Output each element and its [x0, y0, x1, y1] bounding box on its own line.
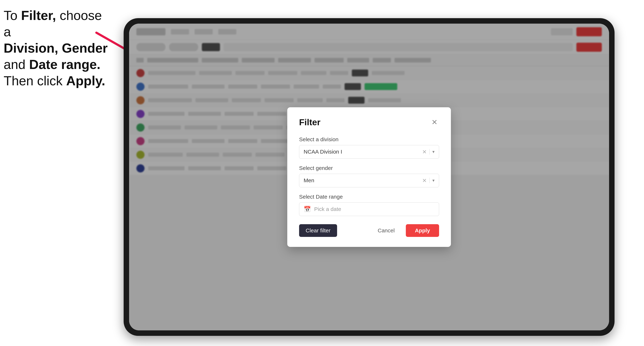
filter-bold: Filter, [21, 8, 56, 23]
division-select[interactable]: NCAA Division I ✕ ▾ [299, 145, 439, 159]
division-select-value: NCAA Division I [304, 149, 422, 155]
select-divider-2 [430, 178, 430, 183]
gender-label: Select gender [299, 165, 439, 171]
gender-select[interactable]: Men ✕ ▾ [299, 174, 439, 187]
cancel-button[interactable]: Cancel [371, 224, 401, 237]
modal-close-button[interactable]: ✕ [430, 118, 439, 127]
date-range-input[interactable]: 📅 Pick a date [299, 202, 439, 216]
division-clear-icon[interactable]: ✕ [422, 149, 427, 155]
gender-chevron-icon: ▾ [432, 178, 434, 183]
date-placeholder: Pick a date [314, 206, 341, 212]
calendar-icon: 📅 [304, 206, 311, 213]
gender-select-actions: ✕ ▾ [422, 177, 434, 184]
tablet-frame: Filter ✕ Select a division NCAA Division… [124, 18, 614, 336]
modal-header: Filter ✕ [299, 117, 439, 127]
then-click-text: Then click [4, 74, 66, 88]
tablet-screen: Filter ✕ Select a division NCAA Division… [129, 24, 609, 330]
filter-modal: Filter ✕ Select a division NCAA Division… [287, 107, 451, 247]
division-field: Select a division NCAA Division I ✕ ▾ [299, 136, 439, 159]
and-text: and [4, 57, 29, 72]
instruction-prefix: To [4, 8, 21, 23]
division-chevron-icon: ▾ [432, 149, 434, 154]
select-divider [430, 149, 430, 155]
date-range-field: Select Date range 📅 Pick a date [299, 194, 439, 216]
division-label: Select a division [299, 136, 439, 143]
modal-footer-right: Cancel Apply [371, 224, 439, 237]
gender-clear-icon[interactable]: ✕ [422, 177, 427, 184]
gender-select-value: Men [304, 177, 422, 183]
clear-filter-button[interactable]: Clear filter [299, 224, 337, 237]
division-select-actions: ✕ ▾ [422, 149, 434, 155]
modal-overlay: Filter ✕ Select a division NCAA Division… [129, 24, 609, 330]
apply-button[interactable]: Apply [406, 224, 439, 237]
date-range-label: Select Date range [299, 194, 439, 200]
modal-title: Filter [299, 117, 320, 127]
modal-footer: Clear filter Cancel Apply [299, 224, 439, 237]
gender-field: Select gender Men ✕ ▾ [299, 165, 439, 187]
